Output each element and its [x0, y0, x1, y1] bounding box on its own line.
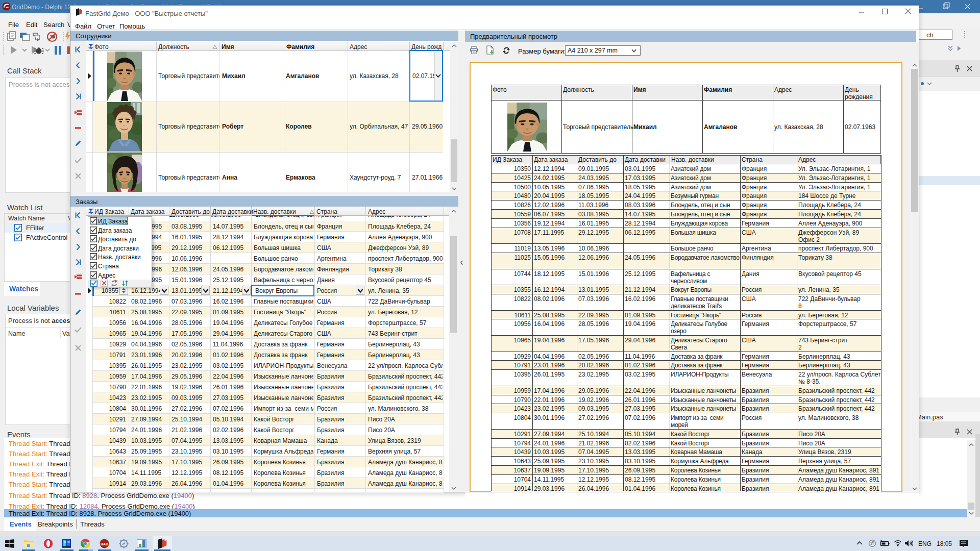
svg-text:RAD: RAD [101, 542, 108, 546]
